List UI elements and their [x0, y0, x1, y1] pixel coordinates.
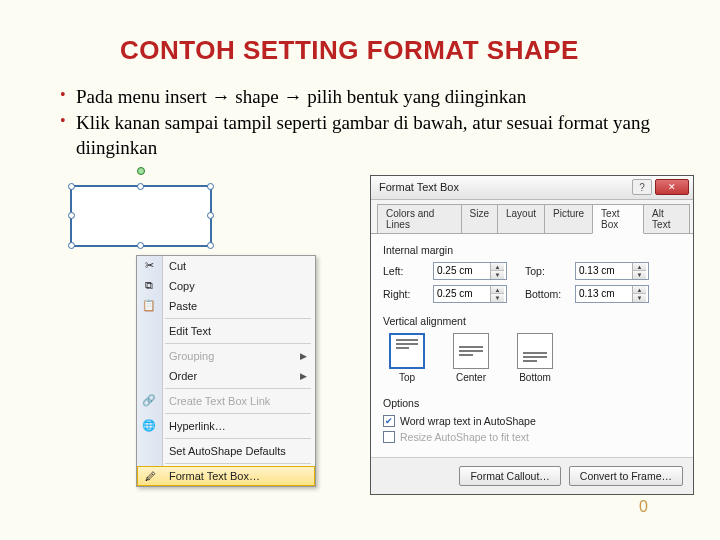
checkbox-checked-icon[interactable]: ✔ — [383, 415, 395, 427]
link-icon: 🔗 — [141, 393, 157, 409]
format-textbox-dialog: Format Text Box ? ✕ Colors and Lines Siz… — [370, 175, 694, 495]
dialog-body: Internal margin Left: ▲▼ Top: ▲▼ Right: … — [371, 234, 693, 457]
va-bottom[interactable]: Bottom — [517, 333, 553, 383]
bullet-1-part-c: pilih bentuk yang diinginkan — [302, 86, 526, 107]
copy-icon: ⧉ — [141, 278, 157, 294]
dialog-tabs: Colors and Lines Size Layout Picture Tex… — [371, 200, 693, 234]
menu-format-textbox[interactable]: 🖉Format Text Box… — [137, 466, 315, 486]
bullet-1-part-a: Pada menu insert — [76, 86, 212, 107]
menu-label: Order — [169, 370, 197, 382]
resize-handle[interactable] — [68, 212, 75, 219]
va-top-label: Top — [399, 372, 415, 383]
close-button[interactable]: ✕ — [655, 179, 689, 195]
bottom-spinner[interactable]: ▲▼ — [575, 285, 649, 303]
rotate-handle[interactable] — [137, 167, 145, 175]
spin-down-icon[interactable]: ▼ — [490, 294, 504, 302]
bullet-2: Klik kanan sampai tampil seperti gambar … — [60, 110, 720, 161]
resize-handle[interactable] — [207, 183, 214, 190]
dialog-titlebar[interactable]: Format Text Box ? ✕ — [371, 176, 693, 200]
menu-label: Edit Text — [169, 325, 211, 337]
format-callout-button[interactable]: Format Callout… — [459, 466, 560, 486]
va-center[interactable]: Center — [453, 333, 489, 383]
right-label: Right: — [383, 288, 421, 300]
chevron-right-icon: ▶ — [300, 371, 307, 381]
top-spinner[interactable]: ▲▼ — [575, 262, 649, 280]
menu-copy[interactable]: ⧉Copy — [137, 276, 315, 296]
page-title: CONTOH SETTING FORMAT SHAPE — [120, 35, 720, 66]
help-button[interactable]: ? — [632, 179, 652, 195]
resize-handle[interactable] — [207, 212, 214, 219]
menu-order[interactable]: Order▶ — [137, 366, 315, 386]
va-bottom-label: Bottom — [519, 372, 551, 383]
spin-down-icon[interactable]: ▼ — [490, 271, 504, 279]
menu-label: Set AutoShape Defaults — [169, 445, 286, 457]
options-label: Options — [383, 397, 681, 409]
menu-create-link[interactable]: 🔗Create Text Box Link — [137, 391, 315, 411]
spin-up-icon[interactable]: ▲ — [490, 286, 504, 295]
menu-label: Hyperlink… — [169, 420, 226, 432]
cut-icon: ✂ — [141, 258, 157, 274]
spin-down-icon[interactable]: ▼ — [632, 294, 646, 302]
tab-textbox[interactable]: Text Box — [592, 204, 644, 234]
menu-label: Grouping — [169, 350, 214, 362]
resize-handle[interactable] — [68, 242, 75, 249]
opt-resize-fit[interactable]: Resize AutoShape to fit text — [383, 431, 681, 443]
left-input[interactable] — [434, 263, 490, 279]
opt-word-wrap[interactable]: ✔Word wrap text in AutoShape — [383, 415, 681, 427]
menu-set-defaults[interactable]: Set AutoShape Defaults — [137, 441, 315, 461]
bottom-input[interactable] — [576, 286, 632, 302]
tab-layout[interactable]: Layout — [497, 204, 545, 233]
dialog-title-text: Format Text Box — [379, 181, 459, 193]
spin-up-icon[interactable]: ▲ — [490, 263, 504, 272]
vertical-alignment-label: Vertical alignment — [383, 315, 681, 327]
left-spinner[interactable]: ▲▼ — [433, 262, 507, 280]
context-menu: ✂Cut ⧉Copy 📋Paste Edit Text Grouping▶ Or… — [136, 255, 316, 487]
tab-picture[interactable]: Picture — [544, 204, 593, 233]
figure-area: ✂Cut ⧉Copy 📋Paste Edit Text Grouping▶ Or… — [60, 175, 720, 485]
format-icon: 🖉 — [142, 468, 158, 484]
bullet-list: Pada menu insert → shape → pilih bentuk … — [60, 84, 720, 161]
menu-label: Cut — [169, 260, 186, 272]
arrow-icon: → — [212, 86, 231, 107]
top-input[interactable] — [576, 263, 632, 279]
menu-grouping[interactable]: Grouping▶ — [137, 346, 315, 366]
resize-handle[interactable] — [207, 242, 214, 249]
spin-up-icon[interactable]: ▲ — [632, 263, 646, 272]
resize-handle[interactable] — [137, 183, 144, 190]
left-label: Left: — [383, 265, 421, 277]
menu-label: Paste — [169, 300, 197, 312]
menu-label: Copy — [169, 280, 195, 292]
menu-label: Format Text Box… — [169, 470, 260, 482]
spin-down-icon[interactable]: ▼ — [632, 271, 646, 279]
tab-alt-text[interactable]: Alt Text — [643, 204, 690, 233]
tab-size[interactable]: Size — [461, 204, 498, 233]
paste-icon: 📋 — [141, 298, 157, 314]
bullet-1-part-b: shape — [231, 86, 284, 107]
menu-paste[interactable]: 📋Paste — [137, 296, 315, 316]
right-input[interactable] — [434, 286, 490, 302]
bottom-label: Bottom: — [525, 288, 563, 300]
internal-margin-label: Internal margin — [383, 244, 681, 256]
bullet-1: Pada menu insert → shape → pilih bentuk … — [60, 84, 720, 110]
va-top[interactable]: Top — [389, 333, 425, 383]
tab-colors-lines[interactable]: Colors and Lines — [377, 204, 462, 233]
resize-handle[interactable] — [137, 242, 144, 249]
resize-handle[interactable] — [68, 183, 75, 190]
opt-wrap-label: Word wrap text in AutoShape — [400, 415, 536, 427]
selected-textbox-shape[interactable] — [70, 185, 212, 247]
top-label: Top: — [525, 265, 563, 277]
menu-cut[interactable]: ✂Cut — [137, 256, 315, 276]
opt-resize-label: Resize AutoShape to fit text — [400, 431, 529, 443]
convert-frame-button[interactable]: Convert to Frame… — [569, 466, 683, 486]
va-center-label: Center — [456, 372, 486, 383]
right-spinner[interactable]: ▲▼ — [433, 285, 507, 303]
menu-label: Create Text Box Link — [169, 395, 270, 407]
page-number: 0 — [639, 498, 648, 516]
spin-up-icon[interactable]: ▲ — [632, 286, 646, 295]
menu-edit-text[interactable]: Edit Text — [137, 321, 315, 341]
checkbox-icon[interactable] — [383, 431, 395, 443]
hyperlink-icon: 🌐 — [141, 418, 157, 434]
dialog-footer: Format Callout… Convert to Frame… — [371, 457, 693, 494]
menu-hyperlink[interactable]: 🌐Hyperlink… — [137, 416, 315, 436]
chevron-right-icon: ▶ — [300, 351, 307, 361]
